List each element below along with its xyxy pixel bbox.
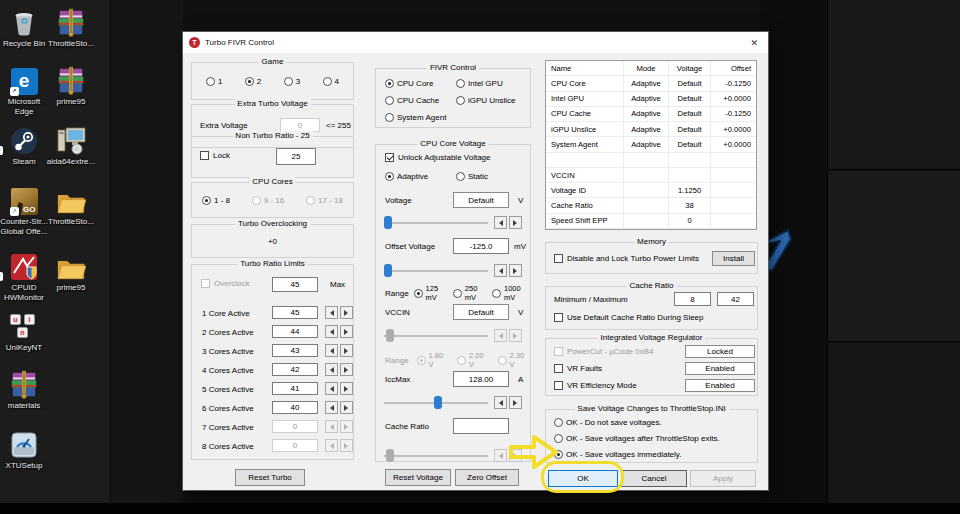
spin-left-button[interactable] [494,264,507,277]
core-active-input[interactable]: 41 [272,382,318,395]
fivr-option-system-agent[interactable]: System Agent [385,113,446,122]
close-button[interactable]: ✕ [746,38,762,48]
range-1000mv-radio[interactable]: 1000 mV [492,284,530,302]
range-180v-radio[interactable]: 1.80 V [417,351,449,369]
iccmax-input[interactable]: 128.00 [453,371,509,387]
save-option-do-not-save[interactable]: OK - Do not save voltages. [554,418,662,427]
spin-right-button[interactable] [509,216,522,229]
cores-option-17-18[interactable]: 17 - 18 [306,196,343,205]
offset-voltage-slider[interactable] [384,264,488,277]
spin-right-button[interactable] [340,306,353,319]
spin-right-button[interactable] [340,401,353,414]
powercut-checkbox[interactable]: PowerCut - µCode 0xB4 [554,347,653,356]
adaptive-radio[interactable]: Adaptive [385,172,428,181]
desktop-icon-unikeynt[interactable]: u i n UniKeyNT [0,311,55,353]
overclock-checkbox[interactable]: Overclock [201,279,250,288]
use-default-cache-ratio-checkbox[interactable]: Use Default Cache Ratio During Sleep [554,313,704,322]
core-active-input[interactable]: 44 [272,325,318,338]
disable-lock-turbo-power-limits-checkbox[interactable]: Disable and Lock Turbo Power Limits [554,254,699,263]
spin-left-button[interactable] [325,439,338,452]
slider-thumb[interactable] [384,216,392,229]
desktop-icon-throttlestop-archive[interactable]: ThrottleSto... [40,5,102,49]
vccin-slider[interactable] [384,329,488,342]
spin-right-button[interactable] [509,449,522,462]
spin-left-button[interactable] [494,216,507,229]
static-radio[interactable]: Static [456,172,488,181]
slider-thumb[interactable] [384,264,392,277]
desktop-icon-aida64[interactable]: aida64extre... [40,123,102,167]
cache-ratio-min-input[interactable]: 8 [674,292,711,306]
desktop-icon-prime95-folder[interactable]: prime95 [40,249,102,293]
spin-left-button[interactable] [494,329,507,342]
desktop-icon-throttlestop-folder[interactable]: ThrottleSto... [40,183,102,227]
desktop-icon-prime95-archive[interactable]: prime95 [40,63,102,107]
spin-right-button[interactable] [340,344,353,357]
voltage-default-button[interactable]: Default [453,192,509,208]
spin-left-button[interactable] [325,363,338,376]
cores-option-9-16[interactable]: 9 - 16 [252,196,284,205]
fivr-option-igpu-unslice[interactable]: iGPU Unslice [456,96,516,105]
cache-ratio-input[interactable] [453,418,509,434]
spin-right-button[interactable] [340,382,353,395]
spin-left-button[interactable] [325,344,338,357]
fivr-option-cpu-core[interactable]: CPU Core [385,79,433,88]
install-button[interactable]: Install [712,251,755,266]
desktop-icon-materials[interactable]: materials [0,367,55,411]
vccin-default-button[interactable]: Default [453,304,509,320]
save-option-after-exit[interactable]: OK - Save voltages after ThrottleStop ex… [554,434,720,443]
range-125mv-radio[interactable]: 125 mV [414,284,448,302]
cancel-button[interactable]: Cancel [621,470,687,487]
lock-checkbox[interactable]: Lock [200,151,230,160]
turbo-ratio-max-input[interactable]: 45 [272,277,318,292]
spin-right-button[interactable] [340,420,353,433]
offset-voltage-input[interactable]: -125.0 [453,238,509,254]
core-active-input[interactable]: 43 [272,344,318,357]
range-200v-radio[interactable]: 2.00 V [457,351,489,369]
game-option-3[interactable]: 3 [284,77,300,86]
spin-left-button[interactable] [325,382,338,395]
spin-right-button[interactable] [509,329,522,342]
core-active-input[interactable]: 45 [272,306,318,319]
core-active-input[interactable]: 40 [272,401,318,414]
extra-voltage-input[interactable]: 0 [280,118,320,132]
non-turbo-ratio-input[interactable]: 25 [276,148,316,165]
core-active-input[interactable]: 0 [272,439,318,452]
slider-thumb[interactable] [434,396,442,409]
spin-left-button[interactable] [325,306,338,319]
core-active-input[interactable]: 42 [272,363,318,376]
spin-left-button[interactable] [325,420,338,433]
ok-button[interactable]: OK [548,470,618,487]
unlock-adjustable-voltage-checkbox[interactable]: Unlock Adjustable Voltage [385,153,491,162]
powercut-state-button[interactable]: Locked [685,345,755,358]
game-option-2[interactable]: 2 [245,77,261,86]
slider-thumb[interactable] [386,449,394,462]
cache-ratio-slider[interactable] [384,449,488,462]
reset-voltage-button[interactable]: Reset Voltage [385,469,451,486]
desktop-icon-xtusetup[interactable]: XTUSetup [0,427,55,471]
iccmax-slider[interactable] [384,396,488,409]
spin-left-button[interactable] [325,325,338,338]
window-titlebar[interactable]: T Turbo FIVR Control ✕ [183,32,768,53]
vr-efficiency-state-button[interactable]: Enabled [685,379,755,392]
vr-faults-checkbox[interactable]: VR Faults [554,364,602,373]
spin-right-button[interactable] [340,439,353,452]
fivr-option-intel-gpu[interactable]: Intel GPU [456,79,503,88]
game-option-4[interactable]: 4 [323,77,339,86]
slider-thumb[interactable] [386,329,394,342]
reset-turbo-button[interactable]: Reset Turbo [235,469,305,486]
voltage-slider[interactable] [384,216,488,229]
spin-right-button[interactable] [509,396,522,409]
range-230v-radio[interactable]: 2.30 V [498,351,530,369]
core-active-input[interactable]: 0 [272,420,318,433]
fivr-option-cpu-cache[interactable]: CPU Cache [385,96,439,105]
apply-button[interactable]: Apply [690,470,756,487]
cache-ratio-max-input[interactable]: 42 [717,292,754,306]
zero-offset-button[interactable]: Zero Offset [455,469,519,486]
spin-left-button[interactable] [325,401,338,414]
save-option-immediately[interactable]: OK - Save voltages immediately. [554,450,681,459]
spin-right-button[interactable] [340,325,353,338]
cores-option-1-8[interactable]: 1 - 8 [202,196,230,205]
vr-faults-state-button[interactable]: Enabled [685,362,755,375]
game-option-1[interactable]: 1 [206,77,222,86]
vr-efficiency-mode-checkbox[interactable]: VR Efficiency Mode [554,381,637,390]
